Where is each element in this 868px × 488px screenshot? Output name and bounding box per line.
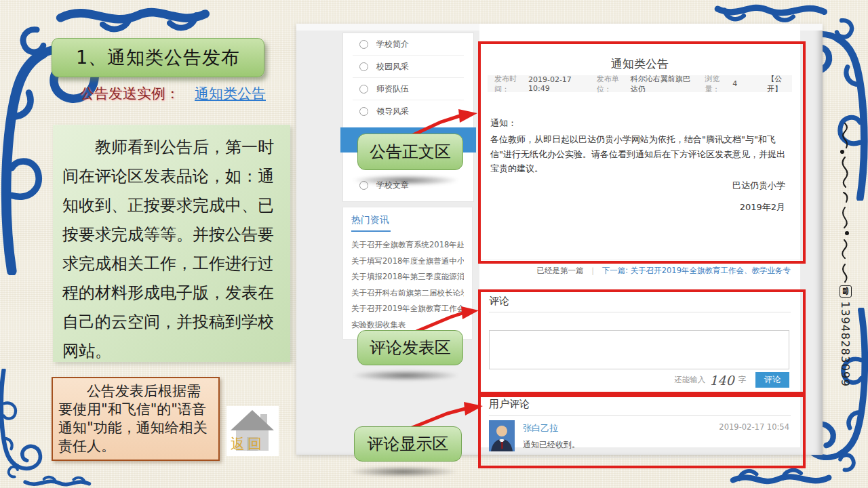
comment-input[interactable]	[489, 330, 789, 369]
radio-bullet-icon	[359, 85, 368, 94]
contact-phone: ☎ 13948283099	[837, 285, 854, 387]
notice-pager: 已经是第一篇 ｜ 下一篇: 关于召开2019年全旗教育工作会、教学业务专	[479, 260, 800, 281]
counter-number: 140	[709, 373, 734, 388]
meta-public-badge: 【公开】	[767, 74, 792, 94]
notice-sign-date: 2019年2月	[740, 201, 785, 214]
radio-bullet-icon	[359, 107, 368, 116]
notice-salutation: 通知：	[490, 117, 517, 129]
user-comments-title: 用户评论	[489, 398, 791, 416]
notice-body: 各位教师，从即日起以巴达仍贵小学网站为依托，结合"腾讯文档"与"和飞信"进行无纸…	[490, 132, 788, 176]
counter-prefix: 还能输入	[674, 375, 705, 385]
pager-divider: ｜	[589, 266, 596, 276]
divider	[489, 458, 791, 458]
callout-display-area: 评论显示区	[354, 426, 462, 462]
comment-submit-button[interactable]: 评论	[755, 372, 789, 388]
notice-title: 通知类公告	[479, 56, 800, 72]
phone-number: 13948283099	[840, 302, 852, 387]
commenter-avatar[interactable]	[489, 420, 515, 451]
comment-compose-title: 评论	[489, 295, 791, 312]
example-link[interactable]: 通知类公告	[195, 84, 266, 103]
sidebar-item-label: 学校简介	[376, 39, 409, 50]
hot-news-title: 热门资讯	[351, 214, 464, 230]
sidebar-item-label: 师资队伍	[376, 83, 409, 95]
radio-bullet-icon	[359, 62, 368, 71]
callout-body-area: 公告正文区	[357, 134, 463, 170]
comment-counter-row: 还能输入 140 字 评论	[674, 372, 789, 388]
meta-time-value: 2019-02-17 10:49	[528, 75, 585, 93]
meta-unit-value: 科尔沁右翼前旗巴达仍	[631, 74, 693, 94]
sidebar-item-label: 校园风采	[376, 61, 409, 73]
pager-first: 已经是第一篇	[536, 266, 583, 276]
comment-text: 通知已经收到。	[523, 439, 580, 451]
radio-bullet-icon	[359, 40, 368, 49]
back-label: 返回	[231, 434, 264, 453]
website-screenshot: 学校简介 校园风采 师资队伍 领导风采 学校文章	[296, 24, 823, 455]
sidebar-item-label: 领导风采	[376, 106, 409, 117]
meta-time-label: 发布时间：	[494, 74, 526, 94]
counter-suffix: 字	[738, 375, 747, 385]
note-box: 公告发表后根据需要使用"和飞信"的"语音通知"功能，通知给相关责任人。	[52, 377, 220, 461]
pager-next-link[interactable]: 下一篇: 关于召开2019年全旗教育工作会、教学业务专	[602, 266, 791, 276]
hot-news-panel: 热门资讯 关于召开全旗教育系统2018年赴京培训 关于填写2018年度全旗普通中…	[342, 207, 473, 340]
sidebar-item-school-intro[interactable]: 学校简介	[343, 33, 473, 56]
phone-icon: ☎	[840, 285, 852, 298]
hot-news-item[interactable]: 关于填写2018年度全旗普通中小学教育	[351, 253, 464, 270]
example-line: 公告发送实例： 通知类公告	[80, 84, 266, 103]
notice-sign-school: 巴达仍贵小学	[732, 180, 785, 192]
comment-date: 2019-02-17 10:54	[719, 422, 789, 432]
hot-news-item[interactable]: 关于召开全旗教育系统2018年赴京培训	[351, 237, 464, 253]
sidebar-item-leaders[interactable]: 领导风采	[343, 100, 473, 123]
back-home-button[interactable]: 返回	[226, 406, 279, 456]
hot-news-item[interactable]: 关于填报2018年第三季度能源消耗统计	[351, 269, 464, 285]
meta-views-value: 4	[732, 79, 737, 88]
notice-main-content: 通知类公告 发布时间： 2019-02-17 10:49 发布单位： 科尔沁右翼…	[479, 24, 800, 447]
notice-meta-bar: 发布时间： 2019-02-17 10:49 发布单位： 科尔沁右翼前旗巴达仍 …	[488, 75, 792, 92]
example-label: 公告发送实例：	[80, 84, 180, 103]
mongolian-script-text	[835, 121, 854, 290]
hot-news-item[interactable]: 关于召开科右前旗第二届校长论坛的通	[351, 285, 464, 302]
sidebar-item-campus[interactable]: 校园风采	[343, 56, 473, 78]
meta-unit-label: 发布单位：	[597, 74, 628, 94]
slide-title: 1、通知类公告发布	[52, 38, 264, 77]
hot-news-underline	[351, 230, 391, 232]
commenter-name[interactable]: 张白乙拉	[523, 422, 558, 434]
description-box: 教师看到公告后，第一时间在评论区发表品论，如：通知收到、正按要求完成中、已按要求…	[53, 125, 290, 362]
sidebar-item-teachers[interactable]: 师资队伍	[343, 78, 473, 100]
presentation-slide: 1、通知类公告发布 公告发送实例： 通知类公告 教师看到公告后，第一时间在评论区…	[0, 0, 868, 488]
meta-views-label: 浏览量：	[705, 74, 730, 94]
hot-news-item[interactable]: 关于召开2019年全旗教育工作会、教学	[351, 301, 464, 317]
callout-compose-area: 评论发表区	[357, 330, 463, 365]
